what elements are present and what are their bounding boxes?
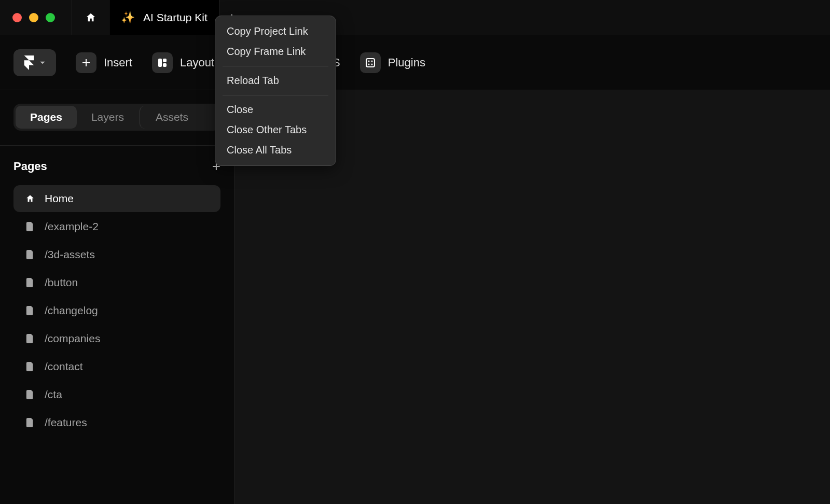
project-tab[interactable]: ✨ AI Startup Kit xyxy=(109,0,219,35)
ctx-reload-tab[interactable]: Reload Tab xyxy=(215,71,336,91)
insert-label: Insert xyxy=(104,56,132,69)
page-item[interactable]: /button xyxy=(13,269,220,296)
svg-rect-2 xyxy=(163,63,167,67)
page-label: /changelog xyxy=(45,304,98,317)
svg-rect-0 xyxy=(158,59,162,67)
sidebar: Pages Layers Assets Pages + Home /exampl… xyxy=(0,90,234,504)
project-tab-label: AI Startup Kit xyxy=(143,11,208,24)
sidebar-tab-pages[interactable]: Pages xyxy=(16,106,77,129)
page-label: /example-2 xyxy=(45,220,99,233)
insert-button[interactable]: Insert xyxy=(76,52,132,73)
ctx-close-other-tabs[interactable]: Close Other Tabs xyxy=(215,120,336,140)
titlebar: ✨ AI Startup Kit + xyxy=(0,0,830,35)
page-item-home[interactable]: Home xyxy=(13,185,220,212)
ctx-copy-frame-link[interactable]: Copy Frame Link xyxy=(215,41,336,62)
ctx-copy-project-link[interactable]: Copy Project Link xyxy=(215,21,336,41)
page-label: /contact xyxy=(45,360,83,373)
window-maximize-button[interactable] xyxy=(46,13,55,22)
page-icon xyxy=(25,334,35,343)
page-item[interactable]: /changelog xyxy=(13,297,220,324)
traffic-lights xyxy=(0,0,72,35)
page-item[interactable]: /example-2 xyxy=(13,213,220,240)
page-list: Home /example-2 /3d-assets /button /chan… xyxy=(0,182,234,436)
sidebar-tab-assets[interactable]: Assets xyxy=(140,106,203,129)
ctx-close-all-tabs[interactable]: Close All Tabs xyxy=(215,140,336,160)
plugins-button[interactable]: Plugins xyxy=(360,52,425,73)
page-icon xyxy=(25,222,35,231)
main-menu-button[interactable] xyxy=(13,49,56,76)
svg-point-4 xyxy=(368,60,369,62)
page-label: /companies xyxy=(45,332,100,345)
page-label: /cta xyxy=(45,388,62,401)
layout-button[interactable]: Layout xyxy=(152,52,214,73)
pages-header: Pages + xyxy=(0,146,234,182)
layout-label: Layout xyxy=(180,56,214,69)
home-tab[interactable] xyxy=(72,0,109,35)
context-divider xyxy=(223,95,328,95)
home-icon xyxy=(85,12,96,23)
page-item[interactable]: /companies xyxy=(13,325,220,352)
sidebar-tab-layers[interactable]: Layers xyxy=(77,106,139,129)
page-label: /features xyxy=(45,416,87,429)
page-item[interactable]: /features xyxy=(13,409,220,436)
window-minimize-button[interactable] xyxy=(29,13,38,22)
page-icon xyxy=(25,250,35,259)
tab-context-menu: Copy Project Link Copy Frame Link Reload… xyxy=(215,16,336,166)
page-icon xyxy=(25,418,35,427)
page-icon xyxy=(25,306,35,315)
page-icon xyxy=(25,362,35,371)
sidebar-tabs: Pages Layers Assets xyxy=(13,104,220,131)
page-label: Home xyxy=(45,192,74,205)
page-label: /button xyxy=(45,276,78,289)
context-divider xyxy=(223,66,328,66)
svg-point-6 xyxy=(368,63,369,65)
page-item[interactable]: /cta xyxy=(13,381,220,408)
sparkle-icon: ✨ xyxy=(121,11,135,24)
page-label: /3d-assets xyxy=(45,248,95,261)
page-item[interactable]: /contact xyxy=(13,353,220,380)
toolbar: Insert Layout S Plugins xyxy=(0,35,830,90)
chevron-down-icon xyxy=(39,59,46,66)
window-close-button[interactable] xyxy=(12,13,22,22)
plus-icon xyxy=(81,58,91,68)
pages-title: Pages xyxy=(13,160,47,173)
plugins-label: Plugins xyxy=(388,56,425,69)
svg-point-7 xyxy=(371,63,372,65)
svg-rect-3 xyxy=(366,59,375,67)
svg-point-5 xyxy=(371,60,372,62)
page-item[interactable]: /3d-assets xyxy=(13,241,220,268)
ctx-close[interactable]: Close xyxy=(215,100,336,120)
page-icon xyxy=(25,390,35,399)
main-area: Pages Layers Assets Pages + Home /exampl… xyxy=(0,90,830,504)
home-icon xyxy=(25,194,35,203)
layout-icon xyxy=(157,58,168,68)
framer-logo-icon xyxy=(23,55,35,70)
svg-rect-1 xyxy=(163,59,167,62)
plugins-icon xyxy=(365,58,376,68)
page-icon xyxy=(25,278,35,287)
